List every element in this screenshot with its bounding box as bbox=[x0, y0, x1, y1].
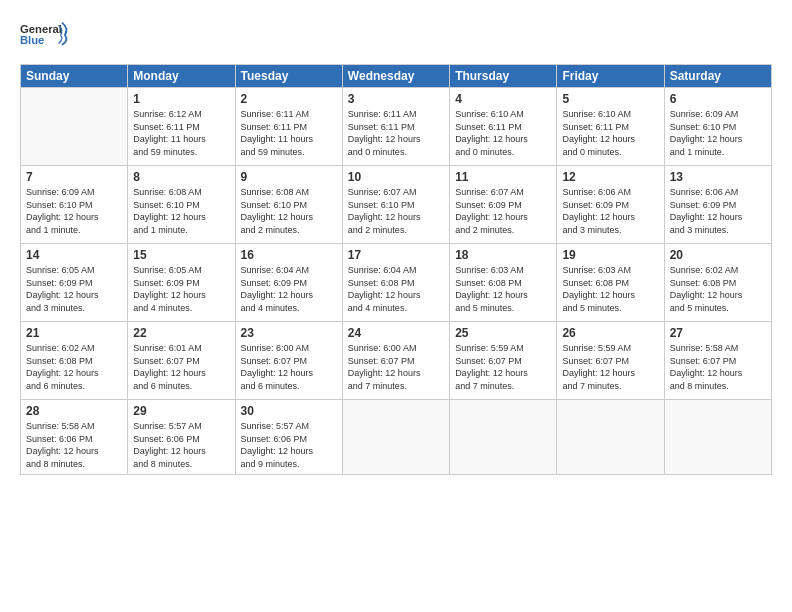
day-number: 14 bbox=[26, 248, 122, 262]
weekday-header: Thursday bbox=[450, 65, 557, 88]
calendar-day-cell: 23Sunrise: 6:00 AMSunset: 6:07 PMDayligh… bbox=[235, 322, 342, 400]
weekday-header: Friday bbox=[557, 65, 664, 88]
logo: General Blue bbox=[20, 16, 70, 54]
calendar-day-cell: 11Sunrise: 6:07 AMSunset: 6:09 PMDayligh… bbox=[450, 166, 557, 244]
calendar-day-cell: 17Sunrise: 6:04 AMSunset: 6:08 PMDayligh… bbox=[342, 244, 449, 322]
calendar-day-cell: 29Sunrise: 5:57 AMSunset: 6:06 PMDayligh… bbox=[128, 400, 235, 475]
day-number: 15 bbox=[133, 248, 229, 262]
day-number: 11 bbox=[455, 170, 551, 184]
day-info: Sunrise: 5:58 AMSunset: 6:06 PMDaylight:… bbox=[26, 420, 122, 470]
day-info: Sunrise: 6:02 AMSunset: 6:08 PMDaylight:… bbox=[26, 342, 122, 392]
day-info: Sunrise: 6:05 AMSunset: 6:09 PMDaylight:… bbox=[133, 264, 229, 314]
day-info: Sunrise: 5:59 AMSunset: 6:07 PMDaylight:… bbox=[455, 342, 551, 392]
calendar-day-cell bbox=[21, 88, 128, 166]
calendar-week-row: 7Sunrise: 6:09 AMSunset: 6:10 PMDaylight… bbox=[21, 166, 772, 244]
day-info: Sunrise: 6:01 AMSunset: 6:07 PMDaylight:… bbox=[133, 342, 229, 392]
day-number: 5 bbox=[562, 92, 658, 106]
day-number: 27 bbox=[670, 326, 766, 340]
calendar-day-cell: 4Sunrise: 6:10 AMSunset: 6:11 PMDaylight… bbox=[450, 88, 557, 166]
day-info: Sunrise: 5:58 AMSunset: 6:07 PMDaylight:… bbox=[670, 342, 766, 392]
calendar-week-row: 28Sunrise: 5:58 AMSunset: 6:06 PMDayligh… bbox=[21, 400, 772, 475]
day-info: Sunrise: 6:05 AMSunset: 6:09 PMDaylight:… bbox=[26, 264, 122, 314]
calendar-day-cell: 13Sunrise: 6:06 AMSunset: 6:09 PMDayligh… bbox=[664, 166, 771, 244]
day-info: Sunrise: 5:57 AMSunset: 6:06 PMDaylight:… bbox=[241, 420, 337, 470]
calendar-day-cell: 1Sunrise: 6:12 AMSunset: 6:11 PMDaylight… bbox=[128, 88, 235, 166]
logo-svg: General Blue bbox=[20, 16, 70, 54]
calendar-day-cell: 2Sunrise: 6:11 AMSunset: 6:11 PMDaylight… bbox=[235, 88, 342, 166]
day-number: 6 bbox=[670, 92, 766, 106]
calendar-day-cell bbox=[342, 400, 449, 475]
calendar-day-cell bbox=[664, 400, 771, 475]
day-info: Sunrise: 6:03 AMSunset: 6:08 PMDaylight:… bbox=[455, 264, 551, 314]
day-number: 23 bbox=[241, 326, 337, 340]
svg-text:General: General bbox=[20, 23, 62, 35]
weekday-header: Saturday bbox=[664, 65, 771, 88]
calendar-day-cell: 9Sunrise: 6:08 AMSunset: 6:10 PMDaylight… bbox=[235, 166, 342, 244]
day-number: 21 bbox=[26, 326, 122, 340]
day-info: Sunrise: 6:11 AMSunset: 6:11 PMDaylight:… bbox=[348, 108, 444, 158]
calendar-day-cell: 8Sunrise: 6:08 AMSunset: 6:10 PMDaylight… bbox=[128, 166, 235, 244]
calendar-day-cell: 26Sunrise: 5:59 AMSunset: 6:07 PMDayligh… bbox=[557, 322, 664, 400]
weekday-header: Monday bbox=[128, 65, 235, 88]
calendar-day-cell: 28Sunrise: 5:58 AMSunset: 6:06 PMDayligh… bbox=[21, 400, 128, 475]
day-info: Sunrise: 6:06 AMSunset: 6:09 PMDaylight:… bbox=[562, 186, 658, 236]
day-number: 9 bbox=[241, 170, 337, 184]
calendar-day-cell: 15Sunrise: 6:05 AMSunset: 6:09 PMDayligh… bbox=[128, 244, 235, 322]
day-number: 3 bbox=[348, 92, 444, 106]
calendar-week-row: 14Sunrise: 6:05 AMSunset: 6:09 PMDayligh… bbox=[21, 244, 772, 322]
day-info: Sunrise: 6:09 AMSunset: 6:10 PMDaylight:… bbox=[26, 186, 122, 236]
day-info: Sunrise: 6:03 AMSunset: 6:08 PMDaylight:… bbox=[562, 264, 658, 314]
day-info: Sunrise: 6:07 AMSunset: 6:09 PMDaylight:… bbox=[455, 186, 551, 236]
day-info: Sunrise: 6:10 AMSunset: 6:11 PMDaylight:… bbox=[455, 108, 551, 158]
day-number: 16 bbox=[241, 248, 337, 262]
day-number: 17 bbox=[348, 248, 444, 262]
calendar-day-cell: 14Sunrise: 6:05 AMSunset: 6:09 PMDayligh… bbox=[21, 244, 128, 322]
calendar-day-cell: 18Sunrise: 6:03 AMSunset: 6:08 PMDayligh… bbox=[450, 244, 557, 322]
day-info: Sunrise: 6:07 AMSunset: 6:10 PMDaylight:… bbox=[348, 186, 444, 236]
day-info: Sunrise: 6:04 AMSunset: 6:08 PMDaylight:… bbox=[348, 264, 444, 314]
day-number: 2 bbox=[241, 92, 337, 106]
calendar-day-cell bbox=[557, 400, 664, 475]
day-number: 18 bbox=[455, 248, 551, 262]
day-info: Sunrise: 6:08 AMSunset: 6:10 PMDaylight:… bbox=[241, 186, 337, 236]
calendar-day-cell: 3Sunrise: 6:11 AMSunset: 6:11 PMDaylight… bbox=[342, 88, 449, 166]
day-info: Sunrise: 6:09 AMSunset: 6:10 PMDaylight:… bbox=[670, 108, 766, 158]
day-number: 20 bbox=[670, 248, 766, 262]
day-info: Sunrise: 6:08 AMSunset: 6:10 PMDaylight:… bbox=[133, 186, 229, 236]
day-number: 12 bbox=[562, 170, 658, 184]
day-number: 24 bbox=[348, 326, 444, 340]
day-info: Sunrise: 6:06 AMSunset: 6:09 PMDaylight:… bbox=[670, 186, 766, 236]
calendar-day-cell: 7Sunrise: 6:09 AMSunset: 6:10 PMDaylight… bbox=[21, 166, 128, 244]
day-number: 10 bbox=[348, 170, 444, 184]
day-info: Sunrise: 6:12 AMSunset: 6:11 PMDaylight:… bbox=[133, 108, 229, 158]
weekday-header: Tuesday bbox=[235, 65, 342, 88]
calendar-table: SundayMondayTuesdayWednesdayThursdayFrid… bbox=[20, 64, 772, 475]
day-number: 8 bbox=[133, 170, 229, 184]
calendar-week-row: 1Sunrise: 6:12 AMSunset: 6:11 PMDaylight… bbox=[21, 88, 772, 166]
calendar-day-cell: 16Sunrise: 6:04 AMSunset: 6:09 PMDayligh… bbox=[235, 244, 342, 322]
calendar-day-cell: 19Sunrise: 6:03 AMSunset: 6:08 PMDayligh… bbox=[557, 244, 664, 322]
calendar-week-row: 21Sunrise: 6:02 AMSunset: 6:08 PMDayligh… bbox=[21, 322, 772, 400]
calendar-day-cell: 25Sunrise: 5:59 AMSunset: 6:07 PMDayligh… bbox=[450, 322, 557, 400]
header: General Blue bbox=[20, 16, 772, 54]
day-number: 4 bbox=[455, 92, 551, 106]
calendar-day-cell: 21Sunrise: 6:02 AMSunset: 6:08 PMDayligh… bbox=[21, 322, 128, 400]
calendar-day-cell: 6Sunrise: 6:09 AMSunset: 6:10 PMDaylight… bbox=[664, 88, 771, 166]
calendar-day-cell: 20Sunrise: 6:02 AMSunset: 6:08 PMDayligh… bbox=[664, 244, 771, 322]
day-number: 22 bbox=[133, 326, 229, 340]
page: General Blue SundayMondayTuesdayWednesda… bbox=[0, 0, 792, 612]
day-number: 7 bbox=[26, 170, 122, 184]
day-info: Sunrise: 6:00 AMSunset: 6:07 PMDaylight:… bbox=[348, 342, 444, 392]
weekday-header: Wednesday bbox=[342, 65, 449, 88]
day-number: 19 bbox=[562, 248, 658, 262]
svg-text:Blue: Blue bbox=[20, 34, 44, 46]
day-number: 1 bbox=[133, 92, 229, 106]
day-info: Sunrise: 6:04 AMSunset: 6:09 PMDaylight:… bbox=[241, 264, 337, 314]
day-info: Sunrise: 6:00 AMSunset: 6:07 PMDaylight:… bbox=[241, 342, 337, 392]
calendar-day-cell: 24Sunrise: 6:00 AMSunset: 6:07 PMDayligh… bbox=[342, 322, 449, 400]
day-info: Sunrise: 6:02 AMSunset: 6:08 PMDaylight:… bbox=[670, 264, 766, 314]
calendar-day-cell: 22Sunrise: 6:01 AMSunset: 6:07 PMDayligh… bbox=[128, 322, 235, 400]
day-number: 28 bbox=[26, 404, 122, 418]
day-info: Sunrise: 5:57 AMSunset: 6:06 PMDaylight:… bbox=[133, 420, 229, 470]
day-info: Sunrise: 5:59 AMSunset: 6:07 PMDaylight:… bbox=[562, 342, 658, 392]
